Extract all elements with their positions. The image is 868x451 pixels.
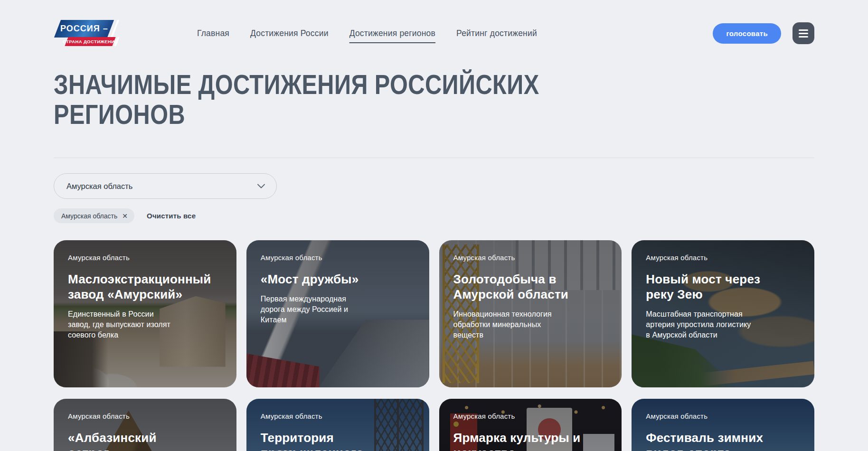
header: РОССИЯ – СТРАНА ДОСТИЖЕНИЙ Главная Дости… — [54, 0, 814, 47]
achievement-card[interactable]: Амурская область Фестиваль зимних видов … — [632, 399, 814, 451]
chip-remove-icon[interactable]: ✕ — [122, 212, 128, 220]
card-description: Масштабная транспортная артерия упростил… — [646, 309, 755, 340]
filter-chip-label: Амурская область — [61, 212, 117, 220]
card-content: Амурская область Маслоэкстракционный зав… — [54, 240, 236, 354]
card-title: Ярмарка культуры и искусства — [453, 430, 589, 451]
card-content: Амурская область Фестиваль зимних видов … — [632, 399, 814, 451]
site-logo[interactable]: РОССИЯ – СТРАНА ДОСТИЖЕНИЙ — [54, 20, 115, 47]
card-content: Амурская область Территория промышленног… — [246, 399, 429, 451]
card-content: Амурская область Новый мост через реку З… — [632, 240, 814, 354]
logo-line2: СТРАНА ДОСТИЖЕНИЙ — [63, 39, 118, 44]
card-region-tag: Амурская область — [68, 254, 222, 262]
card-title: Маслоэкстракционный завод «Амурский» — [68, 272, 203, 302]
clear-all-button[interactable]: Очистить все — [147, 212, 196, 220]
card-title: «Мост дружбы» — [261, 272, 396, 287]
achievements-grid: Амурская область Маслоэкстракционный зав… — [54, 240, 814, 451]
active-filters-row: Амурская область ✕ Очистить все — [54, 208, 814, 223]
page: { "brand": { "line1": "РОССИЯ –", "line2… — [0, 0, 868, 451]
menu-button[interactable] — [793, 22, 814, 44]
card-content: Амурская область Золотодобыча в Амурской… — [439, 240, 622, 354]
card-title: Территория промышленного — [261, 430, 396, 451]
card-region-tag: Амурская область — [261, 412, 415, 420]
card-region-tag: Амурская область — [453, 254, 608, 262]
card-content: Амурская область «Мост дружбы» Первая ме… — [246, 240, 429, 338]
card-title: Золотодобыча в Амурской области — [453, 272, 589, 302]
header-actions: голосовать — [713, 22, 814, 44]
card-title: Фестиваль зимних видов спорта — [646, 430, 781, 451]
card-region-tag: Амурская область — [646, 412, 800, 420]
achievement-card[interactable]: Амурская область Маслоэкстракционный зав… — [54, 240, 236, 387]
card-title: Новый мост через реку Зею — [646, 272, 781, 302]
main-nav: Главная Достижения России Достижения рег… — [197, 28, 537, 38]
nav-item-russia-achievements[interactable]: Достижения России — [250, 28, 329, 38]
card-region-tag: Амурская область — [68, 412, 222, 420]
chevron-down-icon — [257, 184, 265, 188]
card-region-tag: Амурская область — [646, 254, 800, 262]
nav-item-achievements-rating[interactable]: Рейтинг достижений — [456, 28, 537, 38]
achievement-card[interactable]: Амурская область «Албазинский острог» — [54, 399, 236, 451]
card-description: Единственный в России завод, где выпуска… — [68, 309, 177, 340]
logo-line1: РОССИЯ – — [60, 24, 108, 34]
nav-item-region-achievements[interactable]: Достижения регионов — [349, 28, 435, 38]
achievement-card[interactable]: Амурская область «Мост дружбы» Первая ме… — [246, 240, 429, 387]
filter-chip[interactable]: Амурская область ✕ — [54, 208, 134, 223]
nav-item-home[interactable]: Главная — [197, 28, 229, 38]
page-title-line1: ЗНАЧИМЫЕ ДОСТИЖЕНИЯ РОССИЙСКИХ — [54, 69, 693, 99]
achievement-card[interactable]: Амурская область Ярмарка культуры и иску… — [439, 399, 622, 451]
achievement-card[interactable]: Амурская область Золотодобыча в Амурской… — [439, 240, 622, 387]
logo-blue-band: РОССИЯ – — [54, 20, 114, 38]
card-content: Амурская область Ярмарка культуры и иску… — [439, 399, 622, 451]
card-title: «Албазинский острог» — [68, 430, 203, 451]
card-description: Первая международная дорога между Россие… — [261, 294, 370, 325]
card-region-tag: Амурская область — [453, 412, 608, 420]
region-select[interactable]: Амурская область — [54, 173, 277, 199]
vote-button[interactable]: голосовать — [713, 23, 781, 44]
card-description: Инновационная технология обработки минер… — [453, 309, 563, 340]
region-select-value: Амурская область — [66, 182, 132, 191]
card-region-tag: Амурская область — [261, 254, 415, 262]
page-title-line2: РЕГИОНОВ — [54, 99, 693, 129]
achievement-card[interactable]: Амурская область Новый мост через реку З… — [632, 240, 814, 387]
logo-red-band: СТРАНА ДОСТИЖЕНИЙ — [65, 37, 115, 46]
divider — [54, 158, 814, 158]
page-title: ЗНАЧИМЫЕ ДОСТИЖЕНИЯ РОССИЙСКИХ РЕГИОНОВ — [54, 69, 693, 129]
card-content: Амурская область «Албазинский острог» — [54, 399, 236, 451]
achievement-card[interactable]: Амурская область Территория промышленног… — [246, 399, 429, 451]
